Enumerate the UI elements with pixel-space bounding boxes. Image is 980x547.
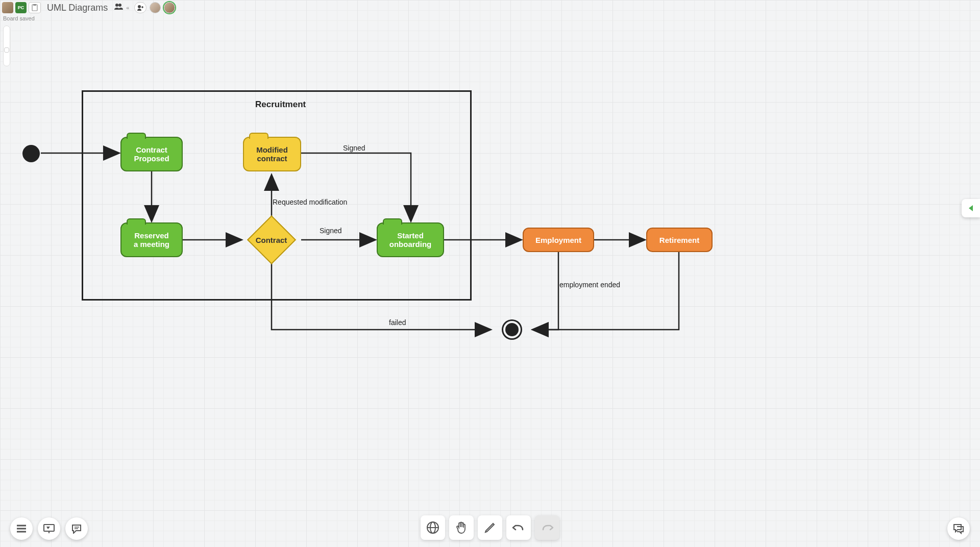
diagram-canvas: Recruitment Contract Proposed Modified c… — [0, 0, 980, 547]
final-state[interactable] — [505, 323, 519, 336]
pan-tool[interactable] — [449, 515, 474, 540]
user-avatar-pc[interactable]: PC — [15, 2, 27, 13]
svg-point-4 — [138, 5, 141, 8]
hand-icon — [454, 520, 469, 535]
comment-icon — [71, 524, 82, 534]
edge-label-signed-1: Signed — [343, 144, 365, 152]
globe-icon — [426, 520, 440, 535]
svg-rect-1 — [33, 4, 36, 6]
network-tool[interactable] — [421, 515, 445, 540]
undo-button[interactable] — [506, 515, 531, 540]
add-user-icon — [137, 5, 144, 11]
redo-icon — [540, 523, 554, 533]
owner-avatar[interactable] — [2, 2, 13, 13]
node-started-onboarding[interactable]: Started onboarding — [377, 222, 444, 257]
add-user-button[interactable] — [134, 2, 146, 13]
zoom-slider[interactable] — [3, 26, 10, 66]
save-status: Board saved — [3, 15, 35, 21]
node-employment[interactable]: Employment — [523, 228, 594, 252]
top-bar: PC UML Diagrams « — [2, 2, 175, 13]
pencil-icon — [483, 521, 497, 534]
initial-state[interactable] — [22, 145, 40, 162]
chat-button[interactable] — [947, 517, 970, 540]
clipboard-icon — [32, 4, 38, 11]
undo-icon — [511, 523, 526, 533]
clipboard-button[interactable] — [29, 2, 41, 13]
node-contract-proposed[interactable]: Contract Proposed — [120, 137, 183, 171]
svg-point-3 — [118, 4, 121, 7]
collapse-chevron-icon[interactable]: « — [126, 5, 129, 11]
center-toolbar — [421, 515, 559, 540]
zoom-slider-knob[interactable] — [4, 47, 9, 53]
node-contract-choice-label: Contract — [256, 236, 287, 244]
edge-label-signed-2: Signed — [320, 227, 342, 235]
presentation-button[interactable] — [38, 517, 60, 540]
composite-state-frame[interactable] — [82, 90, 472, 301]
menu-icon — [16, 524, 27, 533]
chat-icon — [952, 523, 965, 534]
composite-state-label: Recruitment — [255, 100, 306, 110]
draw-tool[interactable] — [478, 515, 502, 540]
menu-button[interactable] — [10, 517, 33, 540]
side-panel-toggle[interactable] — [962, 199, 980, 217]
presentation-icon — [43, 524, 55, 534]
redo-button — [535, 515, 559, 540]
collaborator-avatar-2[interactable] — [164, 2, 175, 13]
collaborator-avatar-1[interactable] — [150, 2, 161, 13]
edge-label-employment-ended: employment ended — [559, 281, 620, 289]
node-retirement[interactable]: Retirement — [646, 228, 713, 252]
collaborators-icon[interactable] — [114, 3, 123, 12]
board-title[interactable]: UML Diagrams — [47, 3, 108, 13]
node-modified-contract[interactable]: Modified contract — [243, 137, 301, 171]
triangle-left-icon — [967, 204, 975, 212]
comments-button[interactable] — [65, 517, 88, 540]
edge-label-requested-modification: Requested modification — [273, 198, 347, 206]
node-reserved-meeting[interactable]: Reserved a meeting — [120, 222, 183, 257]
edge-label-failed: failed — [389, 318, 406, 327]
bottom-left-toolbar — [10, 517, 88, 540]
svg-point-2 — [115, 4, 118, 7]
